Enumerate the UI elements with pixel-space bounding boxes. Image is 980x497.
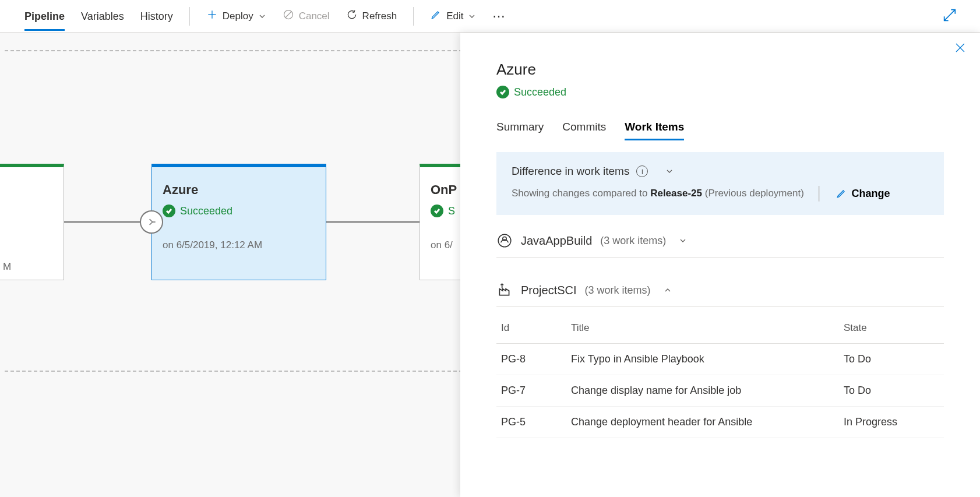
col-header-title[interactable]: Title [566, 313, 839, 344]
cell-state: In Progress [839, 407, 944, 438]
stage-date: on 6/5/2019, 12:12 AM [163, 239, 315, 251]
col-header-id[interactable]: Id [496, 313, 566, 344]
panel-tab-commits[interactable]: Commits [562, 121, 606, 139]
chevron-down-icon [468, 12, 476, 20]
pre-gate-icon[interactable] [140, 210, 163, 234]
factory-icon [496, 282, 513, 298]
cell-state: To Do [839, 344, 944, 375]
deploy-button[interactable]: Deploy [206, 9, 266, 23]
diff-compare-prefix: Showing changes compared to [512, 188, 650, 199]
group-count: (3 work items) [585, 284, 651, 297]
cancel-button: Cancel [283, 9, 330, 23]
group-name: ProjectSCI [521, 284, 577, 297]
table-header-row: Id Title State [496, 313, 944, 344]
partial-left-text: M [3, 261, 11, 273]
top-toolbar: Pipeline Variables History Deploy Cancel… [0, 0, 980, 33]
cell-id: PG-8 [496, 344, 566, 375]
stage-connector [64, 221, 151, 223]
panel-tab-summary[interactable]: Summary [496, 121, 544, 139]
group-name: JavaAppBuild [521, 234, 592, 248]
workitem-group-projectsci[interactable]: ProjectSCI (3 work items) [496, 282, 944, 307]
cell-title: Fix Typo in Ansible Playbook [566, 344, 839, 375]
info-icon[interactable]: i [636, 165, 648, 177]
table-row[interactable]: PG-5 Change deployment header for Ansibl… [496, 407, 944, 438]
deploy-label: Deploy [223, 10, 253, 22]
panel-status: Succeeded [496, 86, 944, 98]
fullscreen-button[interactable] [942, 7, 958, 25]
refresh-button[interactable]: Refresh [346, 9, 397, 23]
refresh-label: Refresh [362, 10, 397, 22]
stage-connector [326, 221, 420, 223]
cell-title: Change deployment header for Ansible [566, 407, 839, 438]
table-row[interactable]: PG-8 Fix Typo in Ansible Playbook To Do [496, 344, 944, 375]
diff-heading: Difference in work items [512, 165, 629, 178]
panel-title: Azure [496, 61, 944, 79]
diff-subtext: Showing changes compared to Release-25 (… [512, 186, 929, 201]
check-circle-icon [496, 86, 509, 98]
stage-detail-panel: Azure Succeeded Summary Commits Work Ite… [460, 33, 980, 497]
chevron-down-icon [665, 167, 674, 175]
check-circle-icon [431, 205, 443, 217]
stage-card-azure[interactable]: Azure Succeeded on 6/5/2019, 12:12 AM [151, 164, 326, 280]
vertical-separator: │ [816, 186, 824, 201]
close-panel-button[interactable] [953, 41, 967, 57]
table-row[interactable]: PG-7 Change display name for Ansible job… [496, 375, 944, 407]
cancel-label: Cancel [299, 10, 330, 22]
panel-tabs: Summary Commits Work Items [496, 121, 944, 139]
col-header-state[interactable]: State [839, 313, 944, 344]
panel-status-text: Succeeded [514, 86, 566, 98]
cell-state: To Do [839, 375, 944, 407]
diff-compare-release: Release-25 [650, 188, 702, 199]
build-source-icon [496, 232, 513, 249]
cell-id: PG-5 [496, 407, 566, 438]
refresh-icon [346, 9, 358, 23]
cell-id: PG-7 [496, 375, 566, 407]
pencil-icon [430, 9, 442, 23]
group-count: (3 work items) [600, 235, 666, 247]
tab-history[interactable]: History [140, 2, 173, 30]
stage-status-text: Succeeded [180, 205, 232, 217]
cell-title: Change display name for Ansible job [566, 375, 839, 407]
stage-status: Succeeded [163, 205, 315, 217]
plus-icon [206, 9, 218, 23]
tab-variables[interactable]: Variables [81, 2, 124, 30]
diff-workitems-box: Difference in work items i Showing chang… [496, 152, 944, 215]
edit-label: Edit [446, 10, 463, 22]
more-actions-button[interactable]: ⋯ [492, 9, 506, 24]
diff-compare-suffix: (Previous deployment) [702, 188, 804, 199]
diff-heading-row[interactable]: Difference in work items i [512, 165, 929, 178]
change-label: Change [852, 188, 890, 200]
stage-title: Azure [163, 182, 315, 198]
check-circle-icon [163, 205, 175, 217]
tab-pipeline[interactable]: Pipeline [24, 2, 65, 30]
cancel-icon [283, 9, 294, 23]
chevron-down-icon [679, 237, 687, 245]
stage-card-partial-left[interactable]: M [0, 164, 64, 280]
edit-button[interactable]: Edit [430, 9, 476, 23]
chevron-down-icon [258, 12, 266, 20]
svg-line-3 [285, 12, 291, 17]
workitem-group-javaappbuild[interactable]: JavaAppBuild (3 work items) [496, 232, 944, 258]
toolbar-separator [413, 7, 414, 26]
change-comparison-button[interactable]: Change [836, 188, 890, 200]
stage-status-text: S [448, 205, 455, 217]
workitems-table: Id Title State PG-8 Fix Typo in Ansible … [496, 313, 944, 438]
chevron-up-icon [664, 286, 672, 294]
panel-tab-workitems[interactable]: Work Items [625, 121, 684, 139]
toolbar-separator [189, 7, 190, 26]
